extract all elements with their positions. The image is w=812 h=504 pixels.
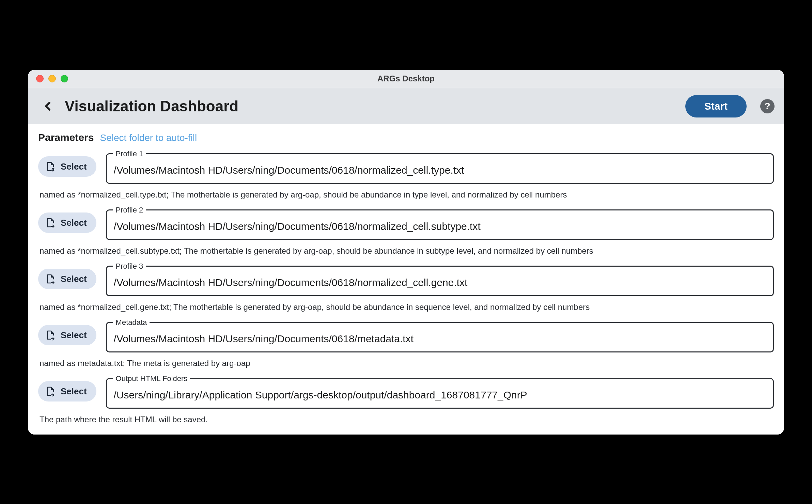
parameters-label: Parameters [38,132,94,143]
profile3-helper: named as *normalized_cell.gene.txt; The … [38,302,774,312]
window-title: ARGs Desktop [28,74,784,83]
file-select-icon [45,330,56,341]
field-row-profile3: Select Profile 3 [38,262,774,296]
field-row-metadata: Select Metadata [38,318,774,352]
autofill-link[interactable]: Select folder to auto-fill [100,132,197,143]
start-button[interactable]: Start [685,95,747,117]
select-button-label: Select [61,218,87,228]
select-button-profile3[interactable]: Select [38,269,96,289]
select-button-label: Select [61,386,87,397]
traffic-lights [28,75,68,82]
profile3-fieldset: Profile 3 [106,262,774,296]
profile1-input[interactable] [107,158,773,183]
output-legend: Output HTML Folders [113,374,190,383]
select-button-output[interactable]: Select [38,381,96,401]
select-button-label: Select [61,161,87,172]
minimize-window-button[interactable] [48,75,56,82]
metadata-legend: Metadata [113,318,150,327]
output-helper: The path where the result HTML will be s… [38,415,774,424]
maximize-window-button[interactable] [61,75,68,82]
profile1-fieldset: Profile 1 [106,149,774,184]
field-row-profile1: Select Profile 1 [38,149,774,184]
profile2-input[interactable] [107,215,773,239]
select-button-label: Select [61,274,87,284]
profile2-helper: named as *normalized_cell.subtype.txt; T… [38,246,774,256]
field-row-profile2: Select Profile 2 [38,206,774,240]
field-row-output: Select Output HTML Folders [38,374,774,409]
file-select-icon [45,161,56,172]
page-header: Visualization Dashboard Start ? [28,88,784,124]
output-fieldset: Output HTML Folders [106,374,774,409]
metadata-fieldset: Metadata [106,318,774,352]
select-button-label: Select [61,330,87,341]
select-button-profile1[interactable]: Select [38,156,96,177]
back-button[interactable] [37,96,58,116]
close-window-button[interactable] [36,75,44,82]
parameters-header: Parameters Select folder to auto-fill [38,132,774,143]
profile2-legend: Profile 2 [113,206,146,215]
profile1-legend: Profile 1 [113,149,146,158]
profile3-input[interactable] [107,271,773,295]
metadata-helper: named as metadata.txt; The meta is gener… [38,359,774,368]
select-button-metadata[interactable]: Select [38,325,96,345]
file-select-icon [45,386,56,397]
select-button-profile2[interactable]: Select [38,212,96,233]
output-input[interactable] [107,383,773,408]
app-window: ARGs Desktop Visualization Dashboard Sta… [28,70,784,435]
profile2-fieldset: Profile 2 [106,206,774,240]
titlebar: ARGs Desktop [28,70,784,88]
profile3-legend: Profile 3 [113,262,146,271]
metadata-input[interactable] [107,327,773,351]
page-title: Visualization Dashboard [65,98,238,115]
question-icon: ? [764,101,770,112]
content-area: Parameters Select folder to auto-fill Se… [28,124,784,435]
help-button[interactable]: ? [760,99,775,113]
file-select-icon [45,217,56,228]
file-select-icon [45,273,56,284]
chevron-left-icon [41,99,54,113]
profile1-helper: named as *normalized_cell.type.txt; The … [38,190,774,200]
